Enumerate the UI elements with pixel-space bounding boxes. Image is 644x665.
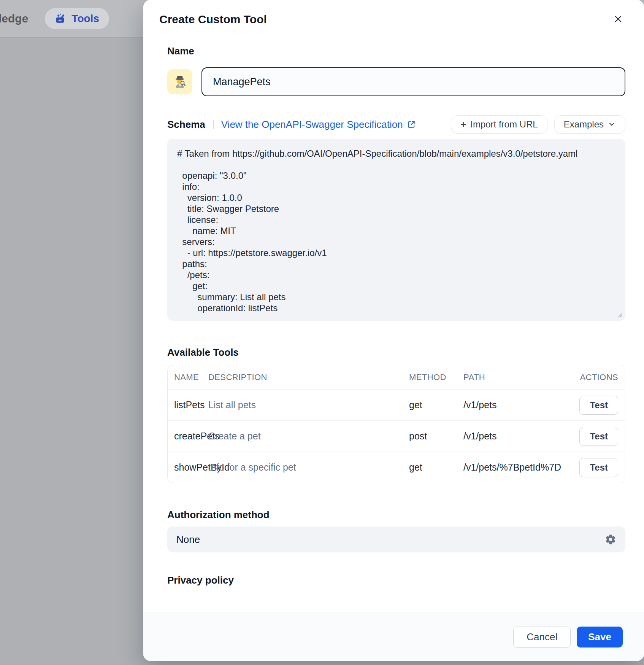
background-tab-tools[interactable]: Tools — [45, 8, 109, 29]
screen: ledge Tools Create Custom Tool — [0, 0, 644, 665]
name-label: Name — [167, 45, 625, 57]
external-link-icon — [407, 120, 416, 129]
col-description: DESCRIPTION — [208, 372, 409, 382]
create-custom-tool-modal: Create Custom Tool Name — [143, 0, 644, 661]
test-button[interactable]: Test — [579, 427, 618, 446]
import-from-url-label: Import from URL — [470, 119, 538, 130]
modal-footer: Cancel Save — [143, 612, 644, 661]
openapi-spec-link-label: View the OpenAPI-Swagger Specification — [221, 119, 403, 130]
test-button[interactable]: Test — [579, 396, 618, 415]
import-from-url-button[interactable]: + Import from URL — [451, 115, 547, 134]
toolbox-icon — [55, 13, 67, 25]
tool-path: /v1/pets — [463, 431, 573, 442]
tool-icon-picker[interactable] — [167, 69, 192, 94]
col-name: NAME — [174, 372, 208, 382]
tool-description: List all pets — [208, 399, 409, 410]
detective-emoji — [173, 75, 187, 89]
test-button[interactable]: Test — [579, 458, 618, 477]
divider — [213, 120, 214, 129]
save-button[interactable]: Save — [577, 627, 623, 648]
tool-path: /v1/pets — [463, 399, 573, 410]
authorization-method-field[interactable]: None — [167, 527, 625, 552]
table-row: createPets Create a pet post /v1/pets Te… — [168, 420, 625, 452]
privacy-policy-heading: Privacy policy — [167, 574, 625, 587]
examples-dropdown[interactable]: Examples — [554, 115, 625, 134]
examples-label: Examples — [564, 119, 604, 130]
tool-method: get — [409, 462, 463, 473]
modal-header: Create Custom Tool — [143, 0, 644, 28]
schema-editor: # Taken from https://github.com/OAI/Open… — [167, 139, 625, 321]
tool-description: Create a pet — [208, 431, 409, 442]
name-row — [167, 67, 625, 96]
modal-title: Create Custom Tool — [159, 12, 267, 27]
tool-name: listPets — [174, 399, 208, 410]
table-header-row: NAME DESCRIPTION METHOD PATH ACTIONS — [168, 365, 625, 389]
tool-path: /v1/pets/%7BpetId%7D — [463, 462, 573, 473]
name-input[interactable] — [201, 67, 625, 96]
modal-body: Name — [143, 28, 644, 612]
cancel-button[interactable]: Cancel — [513, 627, 571, 648]
authorization-method-value: None — [176, 534, 200, 546]
tool-description: Info for a specific pet — [208, 462, 409, 473]
resize-handle-icon[interactable] — [616, 312, 622, 318]
tool-name: showPetById — [174, 462, 208, 473]
tool-method: post — [409, 431, 463, 442]
plus-icon: + — [460, 119, 466, 130]
schema-textarea[interactable]: # Taken from https://github.com/OAI/Open… — [167, 139, 625, 321]
schema-label: Schema — [167, 118, 205, 131]
table-row: showPetById Info for a specific pet get … — [168, 452, 625, 483]
schema-actions: + Import from URL Examples — [451, 115, 625, 134]
schema-row: Schema View the OpenAPI-Swagger Specific… — [167, 115, 625, 134]
available-tools-heading: Available Tools — [167, 346, 625, 359]
col-method: METHOD — [409, 372, 463, 382]
background-tab-tools-label: Tools — [71, 13, 99, 25]
col-path: PATH — [463, 372, 573, 382]
background-tab-knowledge[interactable]: ledge — [0, 12, 28, 25]
schema-left: Schema View the OpenAPI-Swagger Specific… — [167, 118, 416, 131]
available-tools-table: NAME DESCRIPTION METHOD PATH ACTIONS lis… — [167, 365, 625, 483]
openapi-spec-link[interactable]: View the OpenAPI-Swagger Specification — [221, 119, 416, 130]
close-icon[interactable] — [611, 11, 626, 28]
authorization-method-heading: Authorization method — [167, 508, 625, 521]
chevron-down-icon — [608, 120, 616, 129]
gear-icon[interactable] — [605, 534, 616, 545]
tool-method: get — [409, 399, 463, 410]
tool-name: createPets — [174, 431, 208, 442]
col-actions: ACTIONS — [580, 372, 618, 382]
table-row: listPets List all pets get /v1/pets Test — [168, 389, 625, 420]
